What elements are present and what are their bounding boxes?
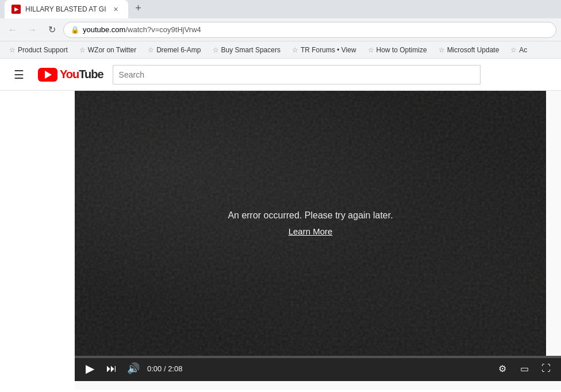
settings-button[interactable]: ⚙ bbox=[494, 360, 510, 376]
star-icon: ☆ bbox=[368, 46, 374, 54]
bookmark-label: Product Support bbox=[18, 46, 68, 54]
volume-button[interactable]: 🔊 bbox=[125, 360, 141, 376]
url-domain: youtube.com/watch?v=coy9tHjVrw4 bbox=[83, 25, 201, 34]
back-button[interactable]: ← bbox=[5, 22, 21, 38]
video-controls: ▶ ⏭ 🔊 0:00 / 2:08 ⚙ ▭ ⛶ bbox=[75, 356, 561, 381]
star-icon: ☆ bbox=[148, 46, 154, 54]
youtube-logo[interactable]: YouTube bbox=[38, 68, 103, 82]
star-icon: ☆ bbox=[213, 46, 219, 54]
star-icon: ☆ bbox=[292, 46, 298, 54]
video-section: An error occurred. Please try again late… bbox=[75, 91, 561, 390]
reload-button[interactable]: ↻ bbox=[44, 22, 60, 38]
bookmark-how-to-optimize[interactable]: ☆ How to Optimize bbox=[363, 44, 432, 56]
youtube-logo-text: YouTube bbox=[60, 68, 103, 81]
bookmark-product-support[interactable]: ☆ Product Support bbox=[5, 44, 72, 56]
tab-bar: ▶ HILLARY BLASTED AT GI × + bbox=[5, 0, 556, 18]
bookmark-label: Dremel 6-Amp bbox=[156, 46, 201, 54]
bookmark-microsoft-update[interactable]: ☆ Microsoft Update bbox=[434, 44, 504, 56]
bookmark-label: How to Optimize bbox=[376, 46, 427, 54]
forward-button[interactable]: → bbox=[24, 22, 40, 38]
new-tab-button[interactable]: + bbox=[130, 0, 147, 16]
url-bar[interactable]: 🔒 youtube.com/watch?v=coy9tHjVrw4 bbox=[63, 22, 556, 38]
youtube-header: ☰ YouTube bbox=[0, 59, 561, 91]
bookmark-dremel[interactable]: ☆ Dremel 6-Amp bbox=[143, 44, 205, 56]
time-display: 0:00 / 2:08 bbox=[147, 364, 182, 373]
video-error-overlay: An error occurred. Please try again late… bbox=[228, 210, 393, 237]
tab-favicon: ▶ bbox=[11, 5, 21, 14]
error-message: An error occurred. Please try again late… bbox=[228, 210, 393, 221]
bookmark-label: WZor on Twitter bbox=[88, 46, 136, 54]
play-button[interactable]: ▶ bbox=[82, 360, 98, 376]
youtube-logo-icon bbox=[38, 68, 57, 82]
bookmark-label: TR Forums • View bbox=[301, 46, 356, 54]
address-bar: ← → ↻ 🔒 youtube.com/watch?v=coy9tHjVrw4 bbox=[0, 18, 561, 41]
theater-button[interactable]: ▭ bbox=[516, 360, 532, 376]
star-icon: ☆ bbox=[510, 46, 517, 54]
sidebar bbox=[0, 91, 75, 390]
bookmark-tr-forums[interactable]: ☆ TR Forums • View bbox=[287, 44, 361, 56]
bookmarks-bar: ☆ Product Support ☆ WZor on Twitter ☆ Dr… bbox=[0, 41, 561, 59]
tab-title: HILLARY BLASTED AT GI bbox=[25, 5, 106, 13]
progress-bar[interactable] bbox=[75, 356, 561, 358]
bookmark-smart-spacers[interactable]: ☆ Buy Smart Spacers bbox=[208, 44, 285, 56]
main-layout: An error occurred. Please try again late… bbox=[0, 91, 561, 390]
bookmark-label: Buy Smart Spacers bbox=[221, 46, 280, 54]
bookmark-ac[interactable]: ☆ Ac bbox=[506, 44, 532, 56]
bookmark-wzor-twitter[interactable]: ☆ WZor on Twitter bbox=[75, 44, 141, 56]
fullscreen-button[interactable]: ⛶ bbox=[538, 360, 554, 376]
bookmark-label: Ac bbox=[519, 46, 527, 54]
active-tab[interactable]: ▶ HILLARY BLASTED AT GI × bbox=[5, 0, 128, 18]
star-icon: ☆ bbox=[9, 46, 16, 54]
page-content: ☰ YouTube An error occurred. Please try … bbox=[0, 59, 561, 392]
lock-icon: 🔒 bbox=[71, 26, 79, 34]
title-bar: ▶ HILLARY BLASTED AT GI × + bbox=[0, 0, 561, 18]
search-input[interactable] bbox=[113, 65, 481, 84]
menu-icon[interactable]: ☰ bbox=[9, 63, 29, 86]
video-player[interactable]: An error occurred. Please try again late… bbox=[75, 91, 546, 356]
bookmark-label: Microsoft Update bbox=[447, 46, 499, 54]
learn-more-link[interactable]: Learn More bbox=[289, 226, 333, 236]
star-icon: ☆ bbox=[79, 46, 86, 54]
star-icon: ☆ bbox=[439, 46, 445, 54]
tab-close-button[interactable]: × bbox=[111, 4, 121, 14]
skip-button[interactable]: ⏭ bbox=[103, 360, 120, 376]
play-triangle bbox=[45, 71, 52, 79]
